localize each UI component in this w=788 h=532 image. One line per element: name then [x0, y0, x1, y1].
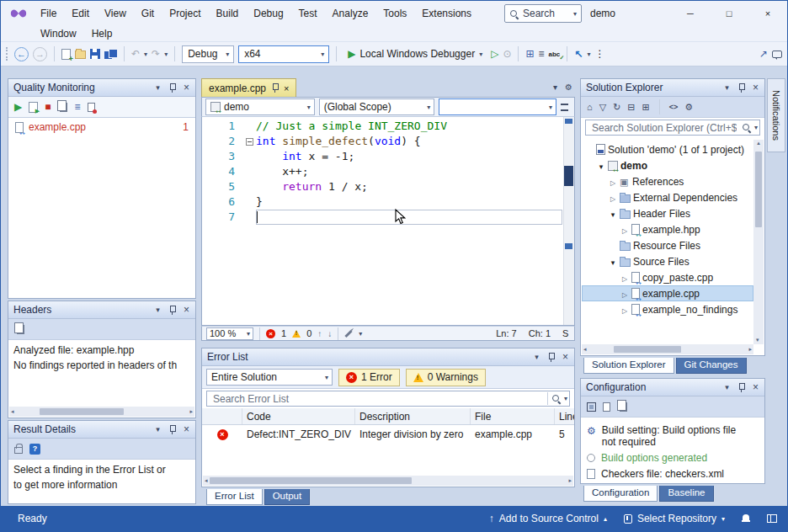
- close-icon[interactable]: ×: [180, 304, 193, 317]
- split-window-icon[interactable]: [561, 104, 568, 111]
- column-header-line[interactable]: Line: [555, 408, 574, 424]
- line-up-icon[interactable]: ↑: [317, 329, 322, 338]
- tab-error-list[interactable]: Error List: [206, 489, 263, 505]
- code-line-6[interactable]: 6}: [202, 194, 574, 210]
- chevron-expanded-icon[interactable]: [609, 208, 617, 220]
- undo-icon[interactable]: ↶: [131, 48, 140, 60]
- tree-item-header-files[interactable]: Header Files: [582, 205, 753, 221]
- menu-extensions[interactable]: Extensions: [414, 1, 479, 26]
- column-header-code[interactable]: Code: [242, 408, 355, 424]
- close-icon[interactable]: ×: [749, 381, 762, 394]
- forward-icon[interactable]: →: [33, 47, 47, 61]
- report-list-icon[interactable]: ≡: [74, 101, 80, 113]
- chevron-expanded-icon[interactable]: [597, 160, 605, 172]
- overflow-dots-icon[interactable]: ⋮: [594, 48, 604, 60]
- menu-git[interactable]: Git: [134, 1, 162, 26]
- search-icon[interactable]: [551, 394, 561, 403]
- vertical-scrollbar[interactable]: [563, 117, 574, 325]
- select-repository-button[interactable]: Select Repository ▾: [624, 513, 725, 524]
- scroll-right-icon[interactable]: ▸: [747, 346, 753, 353]
- code-cleanup-icon[interactable]: [345, 329, 353, 337]
- scroll-right-icon[interactable]: ▸: [188, 408, 194, 415]
- result-details-header[interactable]: Result Details ▾ ×: [8, 421, 195, 439]
- start-debugging-button[interactable]: ▶ Local Windows Debugger ▾: [343, 48, 487, 60]
- feedback-icon[interactable]: [772, 51, 782, 58]
- collapse-icon[interactable]: [246, 138, 253, 146]
- run-analysis-icon[interactable]: ▶: [14, 101, 22, 113]
- scroll-left-icon[interactable]: ◂: [203, 477, 210, 484]
- maximize-button[interactable]: □: [710, 1, 748, 26]
- chevron-down-icon[interactable]: ▾: [530, 351, 543, 364]
- search-control[interactable]: Search ▾: [504, 4, 582, 23]
- scrollbar-thumb[interactable]: [564, 166, 573, 186]
- solution-explorer-search-input[interactable]: [590, 121, 738, 135]
- menu-tools[interactable]: Tools: [375, 1, 414, 26]
- tab-configuration[interactable]: Configuration: [583, 486, 658, 502]
- code-editor[interactable]: 1// Just a simple INT_ZERO_DIV2int simpl…: [201, 117, 575, 326]
- filter-icon[interactable]: ▽: [599, 102, 606, 113]
- menu-window[interactable]: Window: [33, 26, 84, 41]
- tab-output[interactable]: Output: [264, 489, 311, 505]
- pin-icon[interactable]: [271, 82, 279, 93]
- solution-explorer-search[interactable]: ▾: [585, 120, 760, 136]
- code-line-2[interactable]: 2int simple_defect(void) {: [202, 134, 574, 149]
- bell-icon[interactable]: [742, 514, 750, 524]
- layout-icon[interactable]: [767, 514, 777, 523]
- vertical-scrollbar[interactable]: ▴▾: [753, 140, 764, 344]
- chevron-collapsed-icon[interactable]: [620, 272, 629, 284]
- chevron-down-icon[interactable]: ▾: [152, 423, 164, 436]
- menu-project[interactable]: Project: [162, 1, 208, 26]
- save-icon[interactable]: [90, 49, 100, 59]
- copy-icon[interactable]: [17, 325, 24, 334]
- scroll-left-icon[interactable]: ◂: [582, 346, 588, 353]
- copy-icon[interactable]: [620, 402, 627, 412]
- chevron-collapsed-icon[interactable]: [609, 192, 617, 204]
- horizontal-scrollbar[interactable]: ◂▸: [582, 344, 753, 354]
- attach-icon[interactable]: ⊙: [503, 48, 511, 60]
- code-line-1[interactable]: 1// Just a simple INT_ZERO_DIV: [202, 119, 574, 134]
- run-file-analysis-icon[interactable]: [29, 102, 38, 113]
- help-icon[interactable]: [29, 444, 40, 455]
- chevron-down-icon[interactable]: ▾: [754, 124, 759, 131]
- close-icon[interactable]: ×: [180, 423, 193, 436]
- member-dropdown[interactable]: ▾: [439, 98, 556, 115]
- tab-solution-explorer[interactable]: Solution Explorer: [583, 358, 674, 374]
- search-icon[interactable]: [742, 123, 751, 132]
- scroll-down-icon[interactable]: ▾: [756, 337, 759, 343]
- redo-icon[interactable]: ↷: [152, 48, 160, 60]
- error-list-header[interactable]: Error List ▾ ×: [202, 348, 574, 366]
- export-report-icon[interactable]: [88, 103, 95, 112]
- chevron-collapsed-icon[interactable]: [620, 288, 629, 300]
- error-icon[interactable]: [266, 329, 275, 338]
- wrench-icon[interactable]: ⚙: [684, 102, 693, 113]
- switch-views-icon[interactable]: ⌂: [587, 102, 593, 112]
- close-icon[interactable]: ×: [559, 351, 572, 364]
- document-dropdown-icon[interactable]: ▾: [553, 82, 557, 92]
- chevron-down-icon[interactable]: ▾: [152, 304, 164, 317]
- code-line-3[interactable]: 3int x = -1;: [202, 149, 574, 164]
- tab-example-cpp[interactable]: example.cpp ×: [201, 78, 296, 97]
- tree-item-example-hpp[interactable]: example.hpp: [582, 221, 753, 237]
- collapse-all-icon[interactable]: ⊟: [627, 102, 635, 113]
- quality-item-example-cpp[interactable]: example.cpp1: [8, 118, 195, 136]
- scroll-left-icon[interactable]: ◂: [9, 408, 16, 415]
- tree-item-solution-demo-1-of-1-project[interactable]: Solution 'demo' (1 of 1 project): [582, 141, 753, 157]
- headers-panel-header[interactable]: Headers ▾ ×: [8, 301, 195, 319]
- menu-help[interactable]: Help: [84, 26, 120, 41]
- tree-item-references[interactable]: References: [582, 173, 753, 189]
- gear-icon[interactable]: ⚙: [565, 82, 572, 92]
- tree-item-resource-files[interactable]: Resource Files: [582, 237, 753, 253]
- scroll-up-icon[interactable]: ▴: [757, 140, 760, 146]
- pointer-icon[interactable]: ↖: [574, 48, 583, 60]
- chevron-collapsed-icon[interactable]: [620, 224, 629, 236]
- pin-icon[interactable]: [166, 82, 178, 94]
- pin-icon[interactable]: [545, 351, 557, 364]
- tree-item-example-cpp[interactable]: example.cpp: [582, 285, 753, 301]
- project-dropdown[interactable]: demo ▾: [205, 98, 315, 115]
- line-down-icon[interactable]: ↓: [327, 329, 332, 338]
- copy-icon[interactable]: [60, 103, 67, 112]
- errors-filter-button[interactable]: 1 Error: [338, 369, 400, 386]
- code-preview-icon[interactable]: <>: [669, 103, 679, 111]
- tree-item-example-no-findings[interactable]: example_no_findings: [582, 301, 753, 317]
- tree-item-demo[interactable]: demo: [582, 157, 753, 173]
